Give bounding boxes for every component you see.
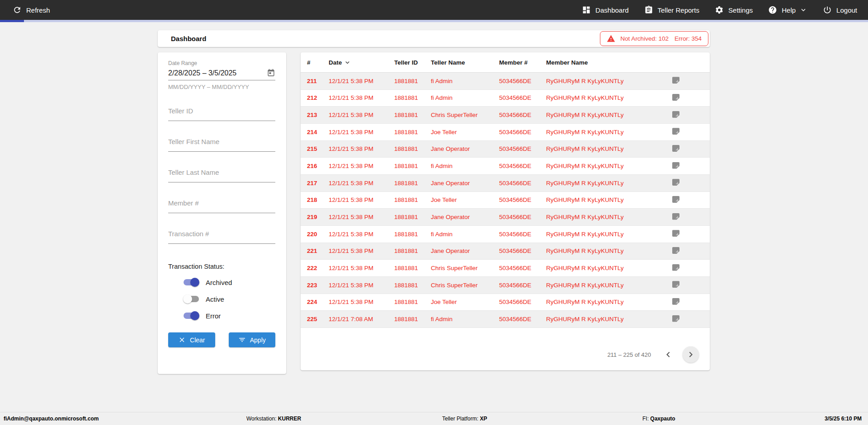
table-header-row: #DateTeller IDTeller NameMember #Member … xyxy=(301,52,710,73)
table-row[interactable]: 21112/1/21 5:38 PM1881881fi Admin5034566… xyxy=(301,73,710,90)
table-row[interactable]: 22412/1/21 5:38 PM1881881Joe Teller50345… xyxy=(301,294,710,311)
note-icon[interactable] xyxy=(672,315,679,322)
teller-last-name-input[interactable] xyxy=(168,167,275,182)
cell-member-name: RyGHURyM R KyLyKUNTLy xyxy=(546,94,672,101)
field-teller-last-name xyxy=(168,167,275,182)
note-icon[interactable] xyxy=(672,230,679,237)
cell-member-name: RyGHURyM R KyLyKUNTLy xyxy=(546,78,672,84)
page: Refresh DashboardTeller ReportsSettingsH… xyxy=(0,0,868,425)
table-row[interactable]: 21612/1/21 5:38 PM1881881fi Admin5034566… xyxy=(301,158,710,175)
table-row[interactable]: 22012/1/21 5:38 PM1881881fi Admin5034566… xyxy=(301,226,710,243)
cell-teller-id: 1881881 xyxy=(394,265,431,271)
column-header-label: Teller Name xyxy=(431,59,465,66)
nav-item-dashboard[interactable]: Dashboard xyxy=(582,5,628,14)
cell-member-name: RyGHURyM R KyLyKUNTLy xyxy=(546,214,672,220)
table-row[interactable]: 21512/1/21 5:38 PM1881881Jane Operator50… xyxy=(301,141,710,158)
cell-teller-name: Joe Teller xyxy=(431,299,499,305)
next-page-button[interactable] xyxy=(683,346,699,363)
note-icon[interactable] xyxy=(672,128,679,135)
cell-teller-name: Jane Operator xyxy=(431,145,499,152)
clear-button[interactable]: Clear xyxy=(168,332,215,347)
cell-teller-id: 1881881 xyxy=(394,180,431,187)
table-row[interactable]: 21212/1/21 5:38 PM1881881fi Admin5034566… xyxy=(301,90,710,107)
cell-teller-id: 1881881 xyxy=(394,145,431,152)
cell-notes xyxy=(672,264,710,272)
dashboard-icon xyxy=(582,5,591,14)
column-header-member[interactable]: Member # xyxy=(499,59,546,66)
cell-member-num: 5034566DE xyxy=(499,282,546,289)
field-member xyxy=(168,197,275,213)
note-icon[interactable] xyxy=(672,298,679,305)
status-bar: fiAdmin@qaxpauto.onmicrosoft.com Worksta… xyxy=(0,412,868,425)
column-header-num[interactable]: # xyxy=(307,59,329,66)
table-row[interactable]: 21412/1/21 5:38 PM1881881Joe Teller50345… xyxy=(301,124,710,141)
note-icon[interactable] xyxy=(672,179,679,186)
cell-member-num: 5034566DE xyxy=(499,145,546,152)
error-toggle[interactable] xyxy=(183,311,199,320)
cell-date: 12/1/21 5:38 PM xyxy=(329,214,394,220)
transaction-input[interactable] xyxy=(168,228,275,244)
member-input[interactable] xyxy=(168,197,275,213)
cell-date: 12/1/21 7:08 AM xyxy=(329,316,394,322)
note-icon[interactable] xyxy=(672,77,679,84)
cell-member-name: RyGHURyM R KyLyKUNTLy xyxy=(546,129,672,135)
column-header-date[interactable]: Date xyxy=(329,59,394,66)
note-icon[interactable] xyxy=(672,94,679,101)
cell-member-num: 5034566DE xyxy=(499,248,546,254)
refresh-label: Refresh xyxy=(26,6,50,14)
nav-item-teller-reports[interactable]: Teller Reports xyxy=(644,5,700,14)
cell-num: 220 xyxy=(307,231,329,238)
note-icon[interactable] xyxy=(672,281,679,288)
nav-item-logout[interactable]: Logout xyxy=(823,5,857,14)
previous-page-button[interactable] xyxy=(663,349,674,360)
table-row[interactable]: 22512/1/21 7:08 AM1881881fi Admin5034566… xyxy=(301,311,710,328)
note-icon[interactable] xyxy=(672,145,679,152)
note-icon[interactable] xyxy=(672,213,679,220)
table-row[interactable]: 22212/1/21 5:38 PM1881881Chris SuperTell… xyxy=(301,260,710,277)
column-header-label: Member Name xyxy=(546,59,588,66)
nav-item-help[interactable]: Help xyxy=(768,5,807,14)
table-row[interactable]: 22112/1/21 5:38 PM1881881Jane Operator50… xyxy=(301,243,710,260)
toggle-row-active: Active xyxy=(183,294,275,304)
calendar-icon[interactable] xyxy=(267,69,275,77)
apply-button[interactable]: Apply xyxy=(229,332,276,347)
archived-toggle[interactable] xyxy=(183,278,199,287)
column-header-teller-id[interactable]: Teller ID xyxy=(394,59,431,66)
nav-item-settings[interactable]: Settings xyxy=(715,5,753,14)
cell-notes xyxy=(672,179,710,187)
cell-notes xyxy=(672,145,710,153)
note-icon[interactable] xyxy=(672,196,679,203)
table-row[interactable]: 21712/1/21 5:38 PM1881881Jane Operator50… xyxy=(301,175,710,192)
teller-id-input[interactable] xyxy=(168,105,275,121)
column-header-label: Date xyxy=(329,59,342,66)
cell-notes xyxy=(672,111,710,119)
table-row[interactable]: 21912/1/21 5:38 PM1881881Jane Operator50… xyxy=(301,209,710,226)
table-row[interactable]: 21312/1/21 5:38 PM1881881Chris SuperTell… xyxy=(301,107,710,124)
cell-teller-name: fi Admin xyxy=(431,316,499,322)
column-header-teller-name[interactable]: Teller Name xyxy=(431,59,499,66)
teller-first-name-input[interactable] xyxy=(168,136,275,152)
sort-down-icon xyxy=(344,59,351,66)
cell-teller-name: fi Admin xyxy=(431,78,499,84)
cell-teller-id: 1881881 xyxy=(394,214,431,220)
cell-num: 214 xyxy=(307,129,329,135)
date-range-input[interactable] xyxy=(168,69,267,77)
refresh-button[interactable]: Refresh xyxy=(13,5,50,14)
cell-num: 223 xyxy=(307,282,329,289)
table-row[interactable]: 22312/1/21 5:38 PM1881881Chris SuperTell… xyxy=(301,277,710,294)
field-teller-id xyxy=(168,105,275,121)
cell-date: 12/1/21 5:38 PM xyxy=(329,163,394,169)
note-icon[interactable] xyxy=(672,247,679,254)
cell-num: 211 xyxy=(307,78,329,84)
table-row[interactable]: 21812/1/21 5:38 PM1881881Joe Teller50345… xyxy=(301,192,710,209)
column-header-member-name[interactable]: Member Name xyxy=(546,59,672,66)
cell-member-num: 5034566DE xyxy=(499,78,546,84)
note-icon[interactable] xyxy=(672,264,679,271)
note-icon[interactable] xyxy=(672,162,679,169)
cell-member-num: 5034566DE xyxy=(499,299,546,305)
nav-item-label: Dashboard xyxy=(595,6,628,14)
filter-buttons: Clear Apply xyxy=(168,332,275,347)
top-nav: Refresh DashboardTeller ReportsSettingsH… xyxy=(0,0,868,20)
active-toggle[interactable] xyxy=(183,294,199,304)
note-icon[interactable] xyxy=(672,111,679,118)
